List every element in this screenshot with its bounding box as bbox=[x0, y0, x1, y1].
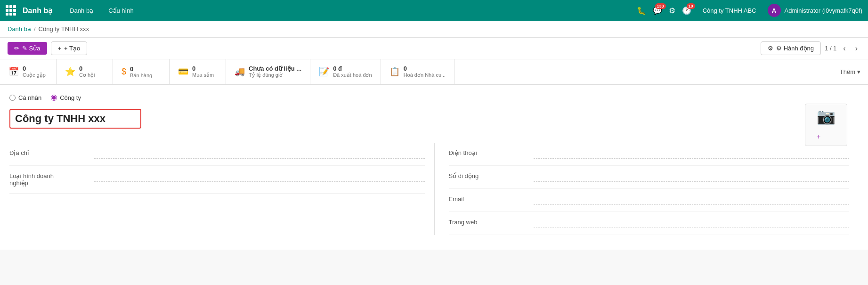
invoice-in-icon: 📋 bbox=[389, 66, 400, 77]
stat-sales-label: Bán hàng bbox=[130, 73, 152, 78]
stat-opportunities[interactable]: ⭐ 0 Cơ hội bbox=[57, 59, 113, 84]
invoice-out-icon: 📝 bbox=[319, 66, 329, 77]
stats-bar: 📅 0 Cuộc gặp ⭐ 0 Cơ hội $ 0 Bán hàng 💳 0… bbox=[0, 59, 868, 85]
label-website: Trang web bbox=[449, 219, 534, 226]
stat-ontime[interactable]: 🚚 Chưa có dữ liệu ... Tỷ lệ đúng giờ bbox=[226, 59, 310, 84]
label-mobile: Số di động bbox=[449, 172, 534, 179]
stat-purchases[interactable]: 💳 0 Mua sắm bbox=[170, 59, 226, 84]
stat-meetings-label: Cuộc gặp bbox=[23, 72, 46, 78]
value-mobile[interactable] bbox=[534, 172, 850, 182]
content-area: 📷+ Cá nhân Công ty Công ty TNHH xxx Địa … bbox=[9, 94, 859, 235]
field-website: Trang web bbox=[449, 212, 850, 235]
value-business-type[interactable] bbox=[94, 172, 425, 182]
stat-meetings[interactable]: 📅 0 Cuộc gặp bbox=[0, 59, 57, 84]
user-name: Administrator (i0vymafk7q0f) bbox=[785, 7, 862, 14]
company-name-input[interactable]: Công ty TNHH xxx bbox=[9, 109, 141, 129]
messages-icon[interactable]: 💬 133 bbox=[653, 6, 662, 15]
edit-button[interactable]: ✏ ✎ Sửa bbox=[8, 42, 47, 55]
next-button[interactable]: › bbox=[852, 43, 860, 54]
nav-danh-ba[interactable]: Danh bạ bbox=[64, 5, 99, 16]
more-stats-button[interactable]: Thêm ▾ bbox=[832, 59, 868, 84]
breadcrumb-parent[interactable]: Danh bạ bbox=[8, 25, 31, 33]
app-title: Danh bạ bbox=[23, 6, 53, 15]
value-address[interactable] bbox=[94, 149, 425, 159]
stat-inv-in-count: 0 bbox=[404, 65, 446, 72]
avatar-upload[interactable]: 📷+ bbox=[805, 104, 847, 146]
pagination: 1 / 1 ‹ › bbox=[825, 43, 860, 54]
stat-ontime-label: Tỷ lệ đúng giờ bbox=[249, 72, 301, 78]
more-stats-label: Thêm bbox=[840, 68, 855, 75]
company-name[interactable]: Công ty TNHH ABC bbox=[703, 7, 756, 14]
stat-inv-out-count: 0 đ bbox=[333, 65, 372, 72]
radio-company[interactable] bbox=[51, 95, 57, 101]
stat-purch-count: 0 bbox=[192, 65, 214, 72]
action-button[interactable]: ⚙ ⚙ Hành động bbox=[761, 41, 821, 55]
type-individual[interactable]: Cá nhân bbox=[9, 94, 41, 101]
type-company[interactable]: Công ty bbox=[51, 94, 81, 101]
stat-inv-out-label: Đã xuất hoá đơn bbox=[333, 72, 372, 78]
stat-invoices-in[interactable]: 📋 0 Hoá đơn Nhà cu... bbox=[381, 59, 455, 84]
breadcrumb-separator: / bbox=[34, 25, 36, 33]
star-icon: ⭐ bbox=[65, 66, 75, 77]
field-email: Email bbox=[449, 189, 850, 212]
user-menu[interactable]: A Administrator (i0vymafk7q0f) bbox=[768, 4, 862, 17]
value-phone[interactable] bbox=[534, 149, 850, 159]
form-left-column: Địa chỉ Loại hình doanhnghiệp bbox=[9, 143, 434, 235]
nav-cau-hinh[interactable]: Cấu hình bbox=[103, 5, 139, 16]
dollar-icon: $ bbox=[122, 67, 126, 77]
stat-meetings-count: 0 bbox=[23, 65, 46, 72]
breadcrumb-current: Công ty TNHH xxx bbox=[39, 25, 89, 33]
user-avatar: A bbox=[768, 4, 781, 17]
toolbar: ✏ ✎ Sửa + + Tạo ⚙ ⚙ Hành động 1 / 1 ‹ › bbox=[0, 38, 868, 59]
label-individual: Cá nhân bbox=[18, 94, 41, 101]
type-selector: Cá nhân Công ty bbox=[9, 94, 859, 101]
top-navbar: Danh bạ Danh bạ Cấu hình 🐛 💬 133 ⚙ 🕐 10 … bbox=[0, 0, 868, 21]
label-address: Địa chỉ bbox=[9, 149, 94, 156]
field-business-type: Loại hình doanhnghiệp bbox=[9, 166, 425, 194]
stat-ontime-count: Chưa có dữ liệu ... bbox=[249, 65, 301, 72]
stat-inv-in-label: Hoá đơn Nhà cu... bbox=[404, 72, 446, 78]
gear-icon: ⚙ bbox=[768, 45, 773, 52]
bug-icon[interactable]: 🐛 bbox=[637, 6, 646, 15]
chevron-down-icon: ▾ bbox=[857, 68, 860, 75]
apps-icon[interactable] bbox=[6, 5, 16, 16]
camera-add-icon: 📷+ bbox=[817, 107, 836, 143]
stat-opp-count: 0 bbox=[79, 65, 95, 72]
create-button[interactable]: + + Tạo bbox=[51, 41, 88, 55]
prev-button[interactable]: ‹ bbox=[840, 43, 848, 54]
cart-icon: 💳 bbox=[178, 66, 188, 77]
field-phone: Điện thoại bbox=[449, 143, 850, 166]
stat-sales[interactable]: $ 0 Bán hàng bbox=[113, 59, 170, 84]
calendar-icon: 📅 bbox=[8, 66, 19, 77]
messages-badge: 133 bbox=[655, 3, 666, 9]
stat-opp-label: Cơ hội bbox=[79, 72, 95, 78]
pencil-icon: ✏ bbox=[14, 45, 19, 52]
stat-purch-label: Mua sắm bbox=[192, 72, 214, 78]
value-email[interactable] bbox=[534, 195, 850, 205]
updates-badge: 10 bbox=[687, 3, 695, 9]
breadcrumb: Danh bạ / Công ty TNHH xxx bbox=[0, 21, 868, 38]
value-website[interactable] bbox=[534, 219, 850, 228]
stat-sales-count: 0 bbox=[130, 65, 152, 73]
clock-icon[interactable]: 🕐 10 bbox=[682, 6, 691, 15]
label-phone: Điện thoại bbox=[449, 149, 534, 156]
label-email: Email bbox=[449, 195, 534, 203]
plus-icon: + bbox=[58, 45, 62, 52]
settings-icon[interactable]: ⚙ bbox=[669, 6, 675, 15]
radio-individual[interactable] bbox=[9, 95, 16, 101]
form-fields: Địa chỉ Loại hình doanhnghiệp Điện thoại… bbox=[9, 143, 859, 235]
stat-invoices-out[interactable]: 📝 0 đ Đã xuất hoá đơn bbox=[310, 59, 381, 84]
label-business-type: Loại hình doanhnghiệp bbox=[9, 172, 94, 187]
field-address: Địa chỉ bbox=[9, 143, 425, 166]
label-company: Công ty bbox=[60, 94, 81, 101]
form-right-column: Điện thoại Số di động Email Trang web bbox=[434, 143, 859, 235]
main-content: 📷+ Cá nhân Công ty Công ty TNHH xxx Địa … bbox=[0, 85, 868, 250]
field-mobile: Số di động bbox=[449, 166, 850, 189]
truck-icon: 🚚 bbox=[235, 66, 245, 77]
